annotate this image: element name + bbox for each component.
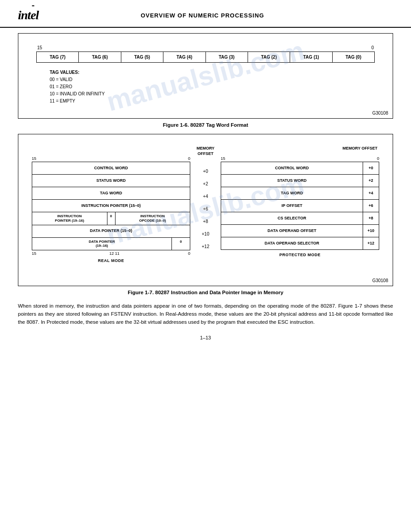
offset-8: +8	[203, 215, 208, 228]
offsets-col: +0 +2 +4 +6 +8 +10 +12	[192, 156, 219, 253]
real-tag-word: TAG WORD	[32, 187, 190, 200]
real-mode-table: CONTROL WORD STATUS WORD TAG WORD INSTRU…	[32, 162, 190, 250]
tag-value-00: 00 = VALID	[50, 76, 375, 83]
tag-cell-4: TAG (4)	[163, 52, 206, 62]
prot-control-word: CONTROL WORD	[221, 162, 363, 175]
protected-mode-table: CONTROL WORD +0 STATUS WORD +2 TAG WORD …	[221, 162, 379, 250]
real-ip-split: INSTRUCTIONPOINTER (19–16) 0 INSTRUCTION…	[32, 212, 190, 225]
prot-offset-4: +4	[363, 187, 379, 200]
tag-cell-5: TAG (5)	[121, 52, 163, 62]
tag-word-diagram: 15 0 TAG (7) TAG (6) TAG (5) TAG (4) TAG…	[27, 41, 384, 114]
protected-mode-label: PROTECTED MODE	[221, 253, 379, 257]
prot-offset-12: +12	[363, 237, 379, 250]
prot-bit-row: 15 0	[221, 156, 379, 161]
tag-cells: TAG (7) TAG (6) TAG (5) TAG (4) TAG (3) …	[36, 51, 375, 63]
real-bit-low: 0	[188, 156, 190, 161]
prot-offset-8: +8	[363, 212, 379, 225]
prot-data-operand-offset: DATA OPERAND OFFSET	[221, 225, 363, 237]
offset-12: +12	[202, 240, 210, 253]
real-ip-15-0: INSTRUCTION POINTER (15–0)	[32, 200, 190, 212]
figure-7-box: manualslib.com MEMORYOFFSET MEMORY OFFSE…	[18, 134, 393, 286]
page-header: intel OVERVIEW OF NUMERIC PROCESSING	[0, 0, 411, 28]
body-text: When stored in memory, the instruction a…	[18, 302, 393, 326]
prot-status-word: STATUS WORD	[221, 175, 363, 187]
offset-10: +10	[202, 228, 210, 240]
figure-6-box: manualslib.com 15 0 TAG (7) TAG (6) TAG …	[18, 33, 393, 119]
real-bit-high: 15	[32, 156, 36, 161]
bit-low-label: 0	[371, 45, 374, 50]
main-content: manualslib.com 15 0 TAG (7) TAG (6) TAG …	[0, 33, 411, 340]
bit-label-row-top: 15 0	[36, 45, 375, 50]
tag-cell-3: TAG (3)	[206, 52, 248, 62]
memory-offset-label-center: MEMORYOFFSET	[192, 146, 219, 156]
real-bottom-bits: 15 12 11 0	[32, 251, 190, 256]
memory-offset-label-right: MEMORY OFFSET	[221, 146, 377, 150]
real-status-word: STATUS WORD	[32, 175, 190, 187]
real-mode-col: 15 0 CONTROL WORD STATUS WORD TAG WORD	[32, 156, 192, 262]
intel-logo: intel	[18, 8, 39, 22]
prot-tag-word: TAG WORD	[221, 187, 363, 200]
figure-6-ref: G30108	[372, 111, 388, 116]
prot-cs-selector: CS SELECTOR	[221, 212, 363, 225]
prot-ip-offset: IP OFFSET	[221, 200, 363, 212]
figure-7-caption: Figure 1-7. 80287 Instruction and Data P…	[18, 290, 393, 295]
prot-offset-10: +10	[363, 225, 379, 237]
prot-offset-0: +0	[363, 162, 379, 175]
real-dp-split: DATA POINTER(19–16) 0	[32, 237, 190, 250]
bit-high-label: 15	[37, 45, 42, 50]
tag-value-11: 11 = EMPTY	[50, 98, 375, 105]
tag-value-01: 01 = ZERO	[50, 83, 375, 90]
page-title: OVERVIEW OF NUMERIC PROCESSING	[141, 12, 264, 19]
prot-data-operand-selector: DATA OPERAND SELECTOR	[221, 237, 363, 250]
tag-cell-7: TAG (7)	[37, 52, 79, 62]
offset-2: +2	[203, 178, 208, 190]
figure-7-ref: G30108	[372, 278, 388, 283]
real-control-word: CONTROL WORD	[32, 162, 190, 175]
tag-value-10: 10 = INVALID OR INFINITY	[50, 90, 375, 98]
figure-6-caption: Figure 1-6. 80287 Tag Word Format	[18, 122, 393, 128]
offset-6: +6	[203, 203, 208, 215]
offset-0: +0	[203, 165, 208, 178]
tag-cell-2: TAG (2)	[248, 52, 290, 62]
real-bit-row: 15 0	[32, 156, 190, 161]
prot-offset-2: +2	[363, 175, 379, 187]
offset-4: +4	[203, 190, 208, 203]
tag-values: TAG VALUES: 00 = VALID 01 = ZERO 10 = IN…	[36, 69, 375, 105]
pointer-diagram: MEMORYOFFSET MEMORY OFFSET 15 0 CONTROL …	[27, 142, 384, 272]
protected-mode-col: 15 0 CONTROL WORD +0 STATUS WORD +2	[219, 156, 379, 257]
tag-cell-1: TAG (1)	[290, 52, 332, 62]
tag-cell-0: TAG (0)	[333, 52, 374, 62]
tag-cell-6: TAG (6)	[79, 52, 121, 62]
prot-bit-high: 15	[221, 156, 225, 161]
real-dp-15-0: DATA POINTER (15–0)	[32, 225, 190, 237]
prot-bit-low: 0	[377, 156, 379, 161]
real-mode-label: REAL MODE	[32, 258, 190, 263]
page-number: 1–13	[18, 335, 393, 340]
tag-values-title: TAG VALUES:	[50, 69, 375, 76]
prot-offset-6: +6	[363, 200, 379, 212]
